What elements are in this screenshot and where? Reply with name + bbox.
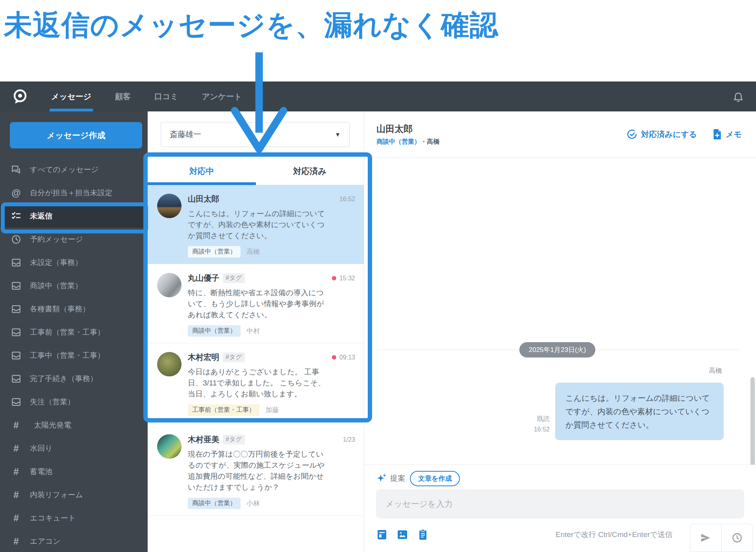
send-shortcut-hint: Enterで改行 Ctrl/Cmd+Enterで送信 <box>556 530 673 540</box>
message-list-item[interactable]: 丸山優子#タグ15:32特に、断熱性能や省エネ設備の導入につ いて、もう少し詳し… <box>148 264 364 343</box>
message-list-item[interactable]: 木村亜美#タグ1/23現在の予算は〇〇万円前後を予定してい るのですが、実際の施… <box>148 422 364 516</box>
chat-panel: 山田太郎 商談中（営業）・高橋 対応済みにする <box>364 111 756 552</box>
chat-icon <box>11 164 22 175</box>
contact-name: 山田太郎 <box>188 194 219 204</box>
status-tabs: 対応中対応済み <box>148 157 364 185</box>
time-label: 16:52 <box>339 196 355 203</box>
nav-tab-2[interactable]: 口コミ <box>154 82 178 111</box>
sidebar-item[interactable]: @自分が担当＋担当未設定 <box>0 181 148 204</box>
schedule-send-button[interactable] <box>721 524 753 552</box>
bubble-sender-label: 高橋 <box>709 366 722 375</box>
message-list-item[interactable]: 山田太郎16:52こんにちは。リフォームの詳細について ですが、内装の色や素材に… <box>148 185 364 264</box>
sidebar-item[interactable]: 失注（営業） <box>0 390 148 413</box>
sidebar-item[interactable]: #エアコン <box>0 530 148 552</box>
mark-done-button[interactable]: 対応済みにする <box>626 129 697 140</box>
send-button-group <box>690 524 753 552</box>
staff-filter-dropdown[interactable]: 斎藤雄一 ▼ <box>161 122 350 147</box>
status-chip: 商談中（営業） <box>188 246 241 257</box>
assignee-label: 加藤 <box>265 406 279 415</box>
assignee-label: 中村 <box>246 326 260 335</box>
sidebar-item[interactable]: #水回り <box>0 437 148 460</box>
hash-icon: # <box>11 443 22 454</box>
image-icon[interactable] <box>397 529 408 541</box>
sidebar-item[interactable]: 各種書類（事務） <box>0 297 148 320</box>
mark-done-label: 対応済みにする <box>641 129 697 140</box>
chat-status-label: 商談中（営業） <box>376 138 421 145</box>
sidebar-item[interactable]: すべてのメッセージ <box>0 158 148 181</box>
nav-tab-1[interactable]: 顧客 <box>115 82 131 111</box>
message-input-placeholder: メッセージを入力 <box>385 498 452 509</box>
sidebar-item[interactable]: 完了手続き（事務） <box>0 367 148 390</box>
hash-icon: # <box>11 513 22 524</box>
app-logo-icon <box>12 88 28 105</box>
chat-scrollbar[interactable] <box>750 377 755 465</box>
contact-name: 木村宏明 <box>188 352 219 363</box>
chat-contact-name: 山田太郎 <box>376 123 439 135</box>
sidebar-item-label: 予約メッセージ <box>30 234 83 245</box>
chat-contact-block: 山田太郎 商談中（営業）・高橋 <box>376 123 439 146</box>
send-button[interactable] <box>690 524 721 552</box>
sidebar-item-label: 失注（営業） <box>30 397 75 407</box>
unread-dot-icon <box>332 276 336 280</box>
sidebar-item[interactable]: #内装リフォーム <box>0 483 148 506</box>
message-item-body: 木村宏明#タグ09:13今日はありがとうございました。 工事 日、3/11で承知… <box>188 352 355 416</box>
compose-message-button[interactable]: メッセージ作成 <box>10 122 142 148</box>
outgoing-message-bubble: こんにちは。リフォームの詳細について ですが、内装の色や素材についていくつ か質… <box>555 383 724 440</box>
notification-bell-icon[interactable] <box>732 91 744 102</box>
memo-label: メモ <box>726 129 742 140</box>
at-icon: @ <box>11 187 22 198</box>
avatar <box>157 273 182 297</box>
annotation-headline: 未返信のメッセージを、漏れなく確認 <box>4 6 498 44</box>
chat-assignee-label: ・高橋 <box>421 138 439 145</box>
sidebar-item-label: 未設定（事務） <box>30 257 82 268</box>
sidebar-item[interactable]: #太陽光発電 <box>0 413 148 437</box>
sidebar-item-label: 完了手続き（事務） <box>30 374 97 384</box>
suggest-row: 提案 文章を作成 <box>376 470 744 487</box>
sidebar-item-label: 自分が担当＋担当未設定 <box>30 188 112 198</box>
unread-dot-icon <box>332 355 336 359</box>
message-list-panel: 斎藤雄一 ▼ 対応中対応済み 山田太郎16:52こんにちは。リフォームの詳細につ… <box>148 111 364 552</box>
check-circle-icon <box>626 129 637 140</box>
app-window: メッセージ顧客口コミアンケート メッセージ作成 すべてのメッセージ@自分が担当＋… <box>0 82 756 552</box>
sidebar-item[interactable]: #エコキュート <box>0 506 148 530</box>
avatar <box>157 434 182 459</box>
inbox-icon <box>11 304 22 315</box>
tab-1[interactable]: 対応済み <box>256 157 364 185</box>
paper-plane-icon <box>700 532 712 544</box>
sidebar: メッセージ作成 すべてのメッセージ@自分が担当＋担当未設定未返信予約メッセージ未… <box>0 111 148 552</box>
message-time: 09:13 <box>332 354 355 361</box>
contact-name: 木村亜美 <box>188 434 219 445</box>
tab-0[interactable]: 対応中 <box>148 157 256 185</box>
clipboard-icon[interactable] <box>417 529 429 541</box>
sidebar-item[interactable]: 工事前（営業・工事） <box>0 320 148 344</box>
message-time: 16:52 <box>339 196 355 203</box>
memo-button[interactable]: メモ <box>712 129 742 140</box>
tag-chip: #タグ <box>223 273 245 283</box>
chat-header: 山田太郎 商談中（営業）・高橋 対応済みにする <box>364 111 756 157</box>
message-list-item[interactable]: 木村宏明#タグ09:13今日はありがとうございました。 工事 日、3/11で承知… <box>148 343 364 422</box>
message-time: 15:32 <box>332 275 355 282</box>
message-input[interactable]: メッセージを入力 <box>376 489 744 519</box>
inbox-icon <box>11 396 22 408</box>
sidebar-item[interactable]: 予約メッセージ <box>0 228 148 251</box>
composer-toolbar: Enterで改行 Ctrl/Cmd+Enterで送信 <box>376 529 744 541</box>
nav-tab-0[interactable]: メッセージ <box>51 82 91 111</box>
sidebar-item[interactable]: 工事中（営業・工事） <box>0 344 148 367</box>
sidebar-item[interactable]: 商談中（営業） <box>0 274 148 297</box>
assignee-label: 小林 <box>246 499 260 508</box>
status-chip: 商談中（営業） <box>188 325 241 337</box>
status-chip: 工事前（営業・工事） <box>188 404 259 416</box>
sidebar-item[interactable]: 未設定（事務） <box>0 251 148 274</box>
inbox-icon <box>11 373 22 384</box>
sidebar-item[interactable]: #蓄電池 <box>0 460 148 483</box>
top-navbar: メッセージ顧客口コミアンケート <box>0 82 756 111</box>
message-time: 1/23 <box>343 436 355 443</box>
template-icon[interactable] <box>376 529 388 541</box>
memo-note-icon <box>712 129 722 140</box>
nav-tab-3[interactable]: アンケート <box>202 82 242 111</box>
sidebar-item-label: 水回り <box>30 443 52 454</box>
avatar <box>157 352 182 376</box>
compose-document-button[interactable]: 文章を作成 <box>410 471 460 486</box>
sidebar-item[interactable]: 未返信 <box>0 204 148 228</box>
message-preview: 現在の予算は〇〇万円前後を予定してい るのですが、実際の施工スケジュールや 追加… <box>188 449 355 493</box>
